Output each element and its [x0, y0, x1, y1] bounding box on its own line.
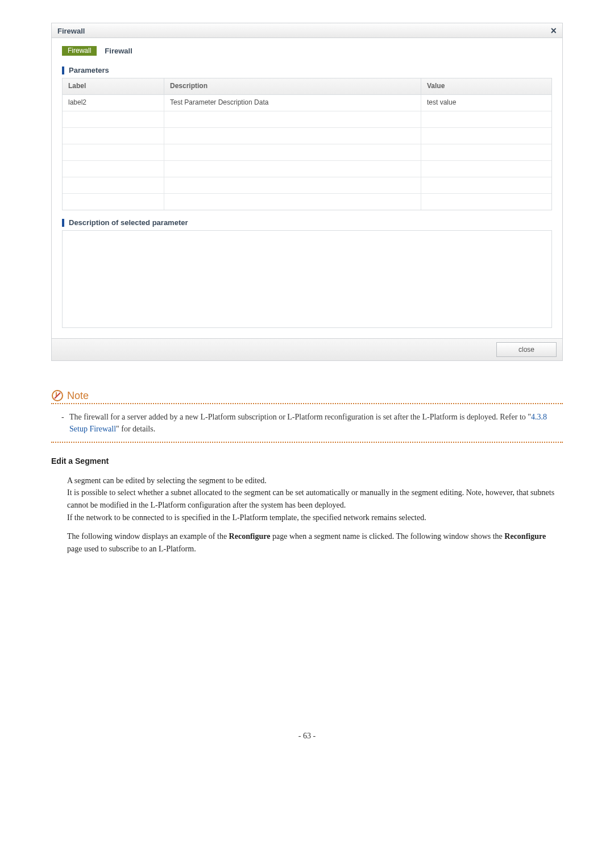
firewall-label: Firewall	[105, 47, 132, 55]
cell-value	[421, 128, 551, 144]
paragraph-text: It is possible to select whether a subne…	[67, 488, 554, 509]
cell-label: label2	[63, 95, 164, 111]
paragraph-text: The following window displays an example…	[67, 532, 229, 541]
note-separator	[51, 442, 563, 443]
table-row[interactable]	[63, 144, 551, 161]
table-row[interactable]	[63, 128, 551, 144]
cell-description: Test Parameter Description Data	[164, 95, 421, 111]
cell-description	[164, 128, 421, 144]
cell-label	[63, 111, 164, 128]
dialog-body: Firewall Firewall Parameters Label Descr…	[52, 38, 562, 338]
cell-description	[164, 161, 421, 177]
cell-value: test value	[421, 95, 551, 111]
parameters-title: Parameters	[69, 66, 109, 74]
cell-label	[63, 161, 164, 177]
col-header-value: Value	[421, 78, 551, 95]
table-row[interactable]	[63, 177, 551, 194]
paragraph-text: If the network to be connected to is spe…	[67, 513, 426, 522]
close-button[interactable]: close	[496, 342, 557, 357]
dialog-footer: close	[52, 338, 562, 360]
section-heading: Edit a Segment	[51, 455, 563, 468]
cell-description	[164, 177, 421, 194]
cell-description	[164, 144, 421, 161]
table-row[interactable]	[63, 111, 551, 128]
firewall-tag-row: Firewall Firewall	[62, 46, 552, 56]
note-heading-text: Note	[67, 390, 89, 402]
dialog-title: Firewall	[57, 27, 85, 35]
cell-label	[63, 144, 164, 161]
cell-description	[164, 194, 421, 210]
edit-segment-section: Edit a Segment A segment can be edited b…	[51, 455, 563, 555]
paragraph-text: A segment can be edited by selecting the…	[67, 476, 267, 485]
note-body: The firewall for a server added by a new…	[51, 408, 563, 438]
cell-value	[421, 161, 551, 177]
cell-value	[421, 194, 551, 210]
note-item: The firewall for a server added by a new…	[61, 411, 563, 435]
table-header-row: Label Description Value	[63, 78, 551, 95]
paragraph: A segment can be edited by selecting the…	[51, 475, 563, 524]
paragraph-text: page used to subscribe to an L-Platform.	[67, 545, 196, 553]
parameters-table: Label Description Value label2 Test Para…	[62, 78, 552, 210]
cell-label	[63, 128, 164, 144]
note-text-a: The firewall for a server added by a new…	[69, 413, 531, 421]
cell-description	[164, 111, 421, 128]
bold-text: Reconfigure	[229, 532, 271, 541]
dialog-header: Firewall ×	[52, 23, 562, 38]
col-header-description: Description	[164, 78, 421, 95]
firewall-chip: Firewall	[62, 46, 97, 56]
close-icon[interactable]: ×	[550, 26, 557, 36]
table-row[interactable]	[63, 194, 551, 210]
page-number: - 63 -	[0, 732, 614, 741]
paragraph-text: page when a segment name is clicked. The…	[270, 532, 504, 541]
note-block: Note The firewall for a server added by …	[51, 389, 563, 443]
table-row[interactable]: label2 Test Parameter Description Data t…	[63, 95, 551, 111]
cell-value	[421, 144, 551, 161]
cell-label	[63, 177, 164, 194]
desc-section-header: Description of selected parameter	[62, 218, 552, 227]
note-separator	[51, 403, 563, 404]
description-box	[62, 230, 552, 328]
desc-title: Description of selected parameter	[69, 218, 188, 227]
col-header-label: Label	[63, 78, 164, 95]
svg-line-1	[55, 393, 60, 398]
note-icon	[51, 389, 64, 402]
note-heading: Note	[51, 389, 563, 402]
paragraph: The following window displays an example…	[51, 530, 563, 555]
parameters-section-header: Parameters	[62, 66, 552, 74]
firewall-dialog: Firewall × Firewall Firewall Parameters …	[51, 23, 563, 361]
cell-value	[421, 177, 551, 194]
note-text-b: " for details.	[116, 425, 155, 433]
cell-value	[421, 111, 551, 128]
section-bar-icon	[62, 219, 64, 227]
cell-label	[63, 194, 164, 210]
section-bar-icon	[62, 67, 64, 74]
table-row[interactable]	[63, 161, 551, 177]
bold-text: Reconfigure	[504, 532, 546, 541]
